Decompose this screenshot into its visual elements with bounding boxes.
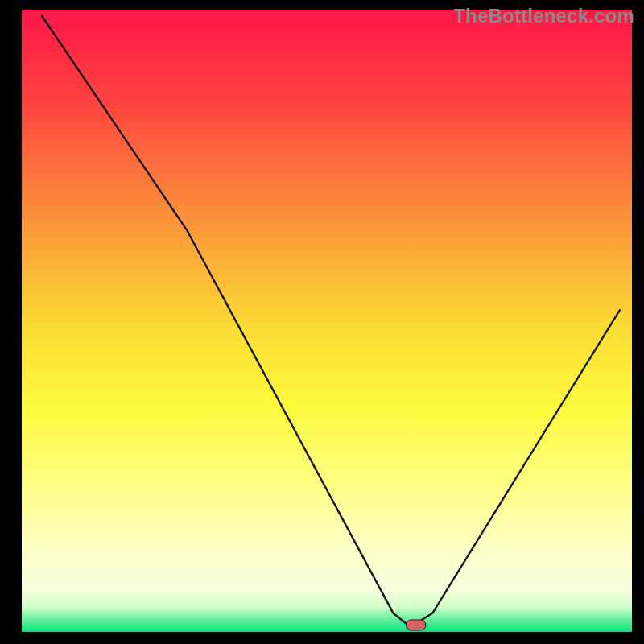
minimum-marker [407,620,426,630]
plot-background [22,10,632,632]
chart-frame: TheBottleneck.com [0,0,644,644]
watermark-text: TheBottleneck.com [453,5,634,27]
bottleneck-plot [0,0,644,644]
